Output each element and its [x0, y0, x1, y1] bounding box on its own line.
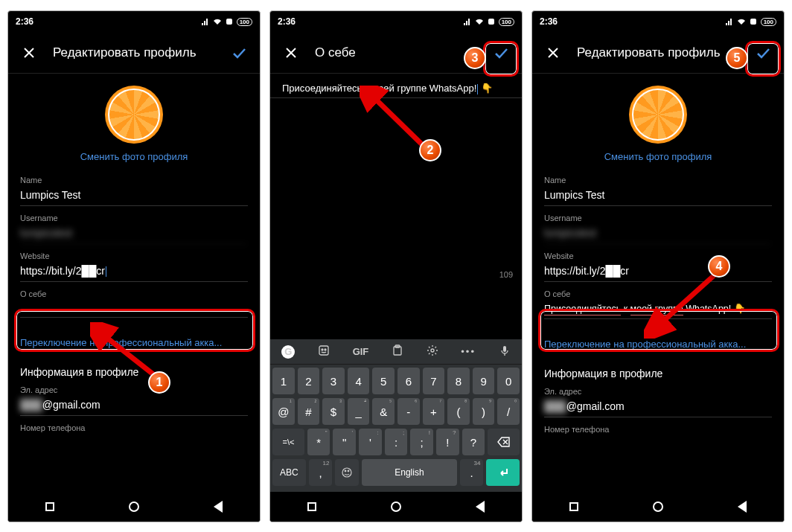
step-marker-3: 3: [464, 47, 486, 69]
key-1[interactable]: 1: [272, 368, 295, 394]
close-button[interactable]: [14, 38, 44, 68]
key-3[interactable]: 3: [322, 368, 345, 394]
phone-label: Номер телефона: [544, 425, 772, 434]
recent-apps-button[interactable]: [45, 502, 54, 511]
emoji-key[interactable]: [335, 459, 359, 486]
bio-label: О себе: [20, 289, 248, 298]
svg-point-11: [348, 470, 350, 472]
backspace-key[interactable]: [488, 429, 520, 455]
home-button[interactable]: [129, 501, 139, 512]
key-#[interactable]: #²: [298, 398, 320, 425]
avatar[interactable]: [105, 86, 163, 144]
mic-icon[interactable]: [499, 344, 511, 359]
status-icons: 100: [201, 17, 252, 26]
svg-point-9: [342, 468, 351, 477]
close-button[interactable]: [538, 38, 568, 68]
volte-icon: [749, 17, 758, 26]
key-![interactable]: !?: [436, 429, 459, 455]
key--[interactable]: -⁶: [397, 398, 420, 425]
enter-key[interactable]: [486, 459, 520, 486]
recent-apps-button[interactable]: [569, 502, 578, 511]
key-5[interactable]: 5: [372, 368, 395, 394]
back-button[interactable]: [738, 501, 747, 513]
key-8[interactable]: 8: [447, 368, 470, 394]
key-7[interactable]: 7: [423, 368, 445, 394]
back-button[interactable]: [476, 501, 485, 513]
change-photo-link[interactable]: Сменить фото профиля: [80, 151, 188, 162]
key-/[interactable]: /⁰: [497, 398, 520, 425]
key-4[interactable]: 4: [348, 368, 370, 394]
bio-textarea[interactable]: Присоединяйтесь к моей группе WhatsApp! …: [270, 74, 522, 98]
key-0[interactable]: 0: [497, 368, 520, 394]
home-button[interactable]: [391, 501, 401, 512]
volte-icon: [487, 17, 496, 26]
comma-key[interactable]: ,12: [309, 459, 333, 486]
key-?[interactable]: ?: [462, 429, 485, 455]
svg-point-7: [431, 349, 434, 352]
home-button[interactable]: [653, 501, 663, 512]
bio-label: О себе: [544, 289, 772, 298]
email-label: Эл. адрес: [544, 387, 772, 396]
period-key[interactable]: .34: [460, 459, 484, 486]
email-label: Эл. адрес: [20, 385, 248, 394]
name-input[interactable]: Lumpics Test: [20, 185, 248, 206]
google-icon[interactable]: G: [281, 345, 295, 359]
status-bar: 2:36 100: [8, 11, 260, 32]
username-input[interactable]: lumpicstest: [20, 222, 248, 244]
confirm-button[interactable]: [224, 38, 254, 68]
name-input[interactable]: Lumpics Test: [544, 185, 772, 206]
recent-apps-button[interactable]: [307, 502, 316, 511]
confirm-button[interactable]: [486, 38, 516, 68]
step-marker-1: 1: [148, 371, 170, 394]
key-&[interactable]: &⁵: [372, 398, 395, 425]
clipboard-icon[interactable]: [392, 344, 403, 359]
volte-icon: [225, 17, 234, 26]
svg-rect-12: [750, 19, 756, 25]
space-key[interactable]: English: [362, 459, 456, 486]
key-@[interactable]: @¹: [272, 398, 295, 425]
switch-pro-link[interactable]: Переключение на профессиональный акка...: [544, 339, 772, 350]
wifi-icon: [737, 17, 746, 26]
avatar[interactable]: [629, 86, 687, 144]
key-9[interactable]: 9: [473, 368, 495, 394]
name-label: Name: [20, 176, 248, 185]
key-;[interactable]: ;!: [410, 429, 433, 455]
page-title: Редактировать профиль: [577, 45, 739, 60]
gif-button[interactable]: GIF: [353, 346, 369, 357]
back-button[interactable]: [214, 501, 223, 513]
key-([interactable]: (⁸: [447, 398, 470, 425]
key-$[interactable]: $³: [322, 398, 345, 425]
char-counter: 109: [270, 269, 522, 281]
key-)[interactable]: )⁹: [473, 398, 495, 425]
keyboard[interactable]: G GIF ••• 1234567890 @¹#²$³_⁴&⁵-⁶+⁷(⁸)⁹/…: [270, 339, 522, 492]
change-photo-link[interactable]: Сменить фото профиля: [604, 151, 712, 162]
key-6[interactable]: 6: [397, 368, 420, 394]
bio-input[interactable]: [20, 298, 248, 318]
username-input[interactable]: lumpicstest: [544, 222, 772, 244]
key-'[interactable]: ':: [359, 429, 382, 455]
website-input[interactable]: https://bit.ly/2██cr: [544, 260, 772, 282]
more-icon[interactable]: •••: [461, 346, 476, 357]
confirm-button[interactable]: [748, 38, 778, 68]
email-input[interactable]: ███@gmail.com: [20, 394, 248, 416]
profile-form: Сменить фото профиля Name Lumpics Test U…: [8, 74, 260, 438]
settings-icon[interactable]: [427, 344, 438, 359]
website-input[interactable]: https://bit.ly/2██cr: [20, 260, 248, 282]
key-"[interactable]: "': [333, 429, 356, 455]
key-_[interactable]: _⁴: [348, 398, 370, 425]
close-button[interactable]: [276, 38, 306, 68]
svg-rect-1: [488, 19, 494, 25]
website-label: Website: [544, 251, 772, 260]
email-input[interactable]: ███@gmail.com: [544, 396, 772, 417]
key-*[interactable]: *": [307, 429, 330, 455]
svg-point-3: [322, 349, 323, 350]
abc-key[interactable]: ABC: [272, 459, 306, 486]
bio-input[interactable]: Присоединяйтесь к моей группе WhatsApp! …: [544, 298, 772, 319]
sticker-icon[interactable]: [318, 344, 330, 359]
switch-pro-link[interactable]: Переключение на профессиональный акка...: [20, 337, 248, 348]
step-marker-2: 2: [419, 139, 441, 161]
shift-key[interactable]: =\<: [272, 429, 304, 455]
key-2[interactable]: 2: [298, 368, 320, 394]
key-:[interactable]: :;: [385, 429, 408, 455]
key-+[interactable]: +⁷: [423, 398, 445, 425]
